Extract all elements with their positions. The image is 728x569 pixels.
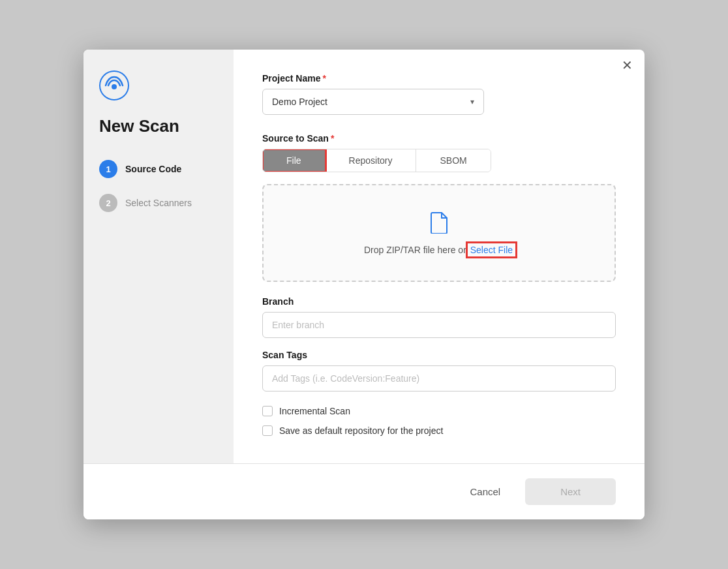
modal-footer: Cancel Next bbox=[83, 463, 645, 519]
step-item-1: 1 Source Code bbox=[99, 160, 218, 178]
source-to-scan-section: Source to Scan* File Repository SBOM bbox=[262, 133, 616, 172]
incremental-scan-row: Incremental Scan bbox=[262, 406, 616, 416]
required-indicator: * bbox=[322, 73, 326, 84]
source-label: Source to Scan* bbox=[262, 133, 616, 144]
save-default-checkbox[interactable] bbox=[262, 425, 273, 436]
branch-input[interactable] bbox=[262, 312, 616, 338]
save-default-label: Save as default repository for the proje… bbox=[279, 425, 443, 436]
save-default-row: Save as default repository for the proje… bbox=[262, 425, 616, 436]
tab-file[interactable]: File bbox=[263, 149, 326, 172]
project-name-label: Project Name* bbox=[262, 73, 616, 84]
step-item-2: 2 Select Scanners bbox=[99, 194, 218, 212]
source-tabs: File Repository SBOM bbox=[262, 149, 491, 172]
select-file-link[interactable]: Select File bbox=[469, 245, 514, 255]
close-button[interactable]: ✕ bbox=[622, 59, 633, 72]
branch-section: Branch bbox=[262, 296, 616, 338]
project-name-field: Project Name* Demo Project ▾ bbox=[262, 73, 616, 133]
project-name-dropdown[interactable]: Demo Project ▾ bbox=[262, 89, 484, 115]
incremental-scan-checkbox[interactable] bbox=[262, 406, 273, 416]
step-label-1: Source Code bbox=[125, 164, 181, 174]
branch-label: Branch bbox=[262, 296, 616, 307]
scan-tags-section: Scan Tags bbox=[262, 350, 616, 392]
step-circle-1: 1 bbox=[99, 160, 117, 178]
scan-tags-input[interactable] bbox=[262, 365, 616, 392]
chevron-down-icon: ▾ bbox=[470, 97, 474, 106]
page-title: New Scan bbox=[99, 116, 218, 136]
step-circle-2: 2 bbox=[99, 194, 117, 212]
incremental-scan-label: Incremental Scan bbox=[279, 406, 350, 416]
step-label-2: Select Scanners bbox=[125, 198, 192, 208]
file-icon bbox=[430, 211, 448, 238]
sidebar: New Scan 1 Source Code 2 Select Scanners bbox=[83, 50, 234, 463]
app-logo-icon bbox=[99, 70, 129, 100]
drop-zone-text: Drop ZIP/TAR file here or Select File bbox=[364, 245, 514, 255]
modal-dialog: ✕ New Scan 1 Source Code 2 bbox=[83, 50, 645, 519]
modal-body: New Scan 1 Source Code 2 Select Scanners… bbox=[83, 50, 645, 463]
project-name-value: Demo Project bbox=[272, 97, 327, 107]
steps-container: 1 Source Code 2 Select Scanners bbox=[99, 160, 218, 212]
svg-point-1 bbox=[112, 84, 117, 89]
tab-repository[interactable]: Repository bbox=[326, 149, 417, 172]
source-required-indicator: * bbox=[331, 133, 334, 144]
main-content: Project Name* Demo Project ▾ Source to S… bbox=[234, 50, 645, 463]
scan-tags-label: Scan Tags bbox=[262, 350, 616, 360]
tab-sbom[interactable]: SBOM bbox=[416, 149, 490, 172]
cancel-button[interactable]: Cancel bbox=[457, 480, 513, 504]
logo-container bbox=[99, 70, 218, 103]
next-button[interactable]: Next bbox=[525, 478, 616, 505]
file-drop-zone[interactable]: Drop ZIP/TAR file here or Select File bbox=[262, 184, 616, 282]
